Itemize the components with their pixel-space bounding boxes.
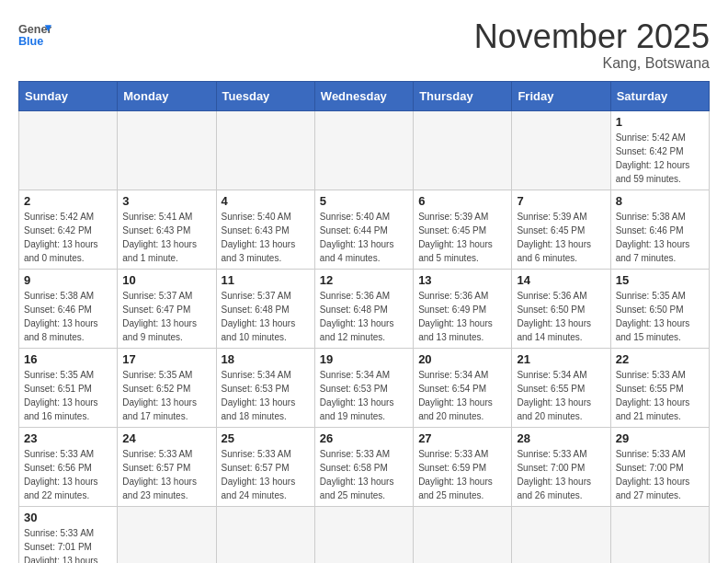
calendar-day-cell [610,506,709,563]
day-info: Sunrise: 5:34 AM Sunset: 6:53 PM Dayligh… [320,368,408,423]
calendar-week-row: 2Sunrise: 5:42 AM Sunset: 6:42 PM Daylig… [19,190,710,269]
calendar-day-cell: 24Sunrise: 5:33 AM Sunset: 6:57 PM Dayli… [118,427,216,506]
calendar-day-cell [19,110,118,190]
day-info: Sunrise: 5:37 AM Sunset: 6:48 PM Dayligh… [222,289,310,344]
calendar-day-cell [512,506,610,563]
day-number: 5 [320,194,408,208]
day-number: 19 [320,352,408,366]
day-info: Sunrise: 5:37 AM Sunset: 6:47 PM Dayligh… [122,289,210,344]
day-number: 23 [24,431,112,445]
calendar-day-cell [314,506,413,563]
calendar-day-cell: 5Sunrise: 5:40 AM Sunset: 6:44 PM Daylig… [314,190,413,269]
calendar-day-cell [512,110,610,190]
day-number: 30 [24,511,112,524]
calendar-day-cell: 23Sunrise: 5:33 AM Sunset: 6:56 PM Dayli… [19,427,118,506]
day-info: Sunrise: 5:42 AM Sunset: 6:42 PM Dayligh… [616,131,704,186]
calendar-day-cell: 10Sunrise: 5:37 AM Sunset: 6:47 PM Dayli… [118,269,216,348]
calendar-day-cell: 9Sunrise: 5:38 AM Sunset: 6:46 PM Daylig… [19,269,118,348]
calendar-day-cell: 4Sunrise: 5:40 AM Sunset: 6:43 PM Daylig… [216,190,314,269]
day-info: Sunrise: 5:35 AM Sunset: 6:50 PM Dayligh… [616,289,704,344]
day-info: Sunrise: 5:35 AM Sunset: 6:52 PM Dayligh… [122,368,210,423]
calendar-day-cell [314,110,413,190]
calendar-day-cell [118,110,216,190]
calendar-table: SundayMondayTuesdayWednesdayThursdayFrid… [18,81,710,563]
day-number: 29 [616,431,704,445]
calendar-day-cell [216,110,314,190]
calendar-day-cell: 15Sunrise: 5:35 AM Sunset: 6:50 PM Dayli… [610,269,709,348]
day-number: 27 [418,431,506,445]
calendar-day-cell: 8Sunrise: 5:38 AM Sunset: 6:46 PM Daylig… [610,190,709,269]
day-info: Sunrise: 5:33 AM Sunset: 6:56 PM Dayligh… [24,447,112,502]
day-info: Sunrise: 5:33 AM Sunset: 6:58 PM Dayligh… [320,447,408,502]
day-number: 18 [222,352,310,366]
logo-icon: General Blue [18,18,51,52]
calendar-day-cell: 2Sunrise: 5:42 AM Sunset: 6:42 PM Daylig… [19,190,118,269]
day-number: 13 [418,273,506,287]
day-info: Sunrise: 5:36 AM Sunset: 6:50 PM Dayligh… [517,289,605,344]
day-of-week-header: Friday [512,81,610,110]
day-number: 26 [320,431,408,445]
calendar-day-cell: 20Sunrise: 5:34 AM Sunset: 6:54 PM Dayli… [414,348,512,427]
day-info: Sunrise: 5:33 AM Sunset: 6:57 PM Dayligh… [122,447,210,502]
day-number: 4 [222,194,310,208]
day-info: Sunrise: 5:36 AM Sunset: 6:49 PM Dayligh… [418,289,506,344]
calendar-day-cell: 13Sunrise: 5:36 AM Sunset: 6:49 PM Dayli… [414,269,512,348]
day-of-week-header: Thursday [414,81,512,110]
day-info: Sunrise: 5:33 AM Sunset: 6:59 PM Dayligh… [418,447,506,502]
day-number: 6 [418,194,506,208]
calendar-week-row: 9Sunrise: 5:38 AM Sunset: 6:46 PM Daylig… [19,269,710,348]
day-info: Sunrise: 5:38 AM Sunset: 6:46 PM Dayligh… [616,210,704,265]
calendar-day-cell: 1Sunrise: 5:42 AM Sunset: 6:42 PM Daylig… [610,110,709,190]
day-number: 9 [24,273,112,287]
day-number: 28 [517,431,605,445]
day-number: 11 [222,273,310,287]
logo: General Blue [18,18,51,52]
day-info: Sunrise: 5:40 AM Sunset: 6:43 PM Dayligh… [222,210,310,265]
calendar-day-cell: 21Sunrise: 5:34 AM Sunset: 6:55 PM Dayli… [512,348,610,427]
calendar-day-cell: 19Sunrise: 5:34 AM Sunset: 6:53 PM Dayli… [314,348,413,427]
day-info: Sunrise: 5:39 AM Sunset: 6:45 PM Dayligh… [517,210,605,265]
calendar-header-row: SundayMondayTuesdayWednesdayThursdayFrid… [19,81,710,110]
svg-text:Blue: Blue [18,35,43,48]
day-of-week-header: Sunday [19,81,118,110]
calendar-day-cell: 6Sunrise: 5:39 AM Sunset: 6:45 PM Daylig… [414,190,512,269]
day-of-week-header: Tuesday [216,81,314,110]
day-info: Sunrise: 5:36 AM Sunset: 6:48 PM Dayligh… [320,289,408,344]
day-info: Sunrise: 5:33 AM Sunset: 6:55 PM Dayligh… [616,368,704,423]
calendar-day-cell: 28Sunrise: 5:33 AM Sunset: 7:00 PM Dayli… [512,427,610,506]
calendar-day-cell: 11Sunrise: 5:37 AM Sunset: 6:48 PM Dayli… [216,269,314,348]
day-number: 25 [222,431,310,445]
day-info: Sunrise: 5:33 AM Sunset: 6:57 PM Dayligh… [222,447,310,502]
calendar-day-cell: 18Sunrise: 5:34 AM Sunset: 6:53 PM Dayli… [216,348,314,427]
day-number: 3 [122,194,210,208]
day-info: Sunrise: 5:40 AM Sunset: 6:44 PM Dayligh… [320,210,408,265]
calendar-day-cell: 30Sunrise: 5:33 AM Sunset: 7:01 PM Dayli… [19,506,118,563]
day-info: Sunrise: 5:33 AM Sunset: 7:01 PM Dayligh… [24,526,112,563]
day-number: 24 [122,431,210,445]
calendar-day-cell [414,506,512,563]
day-number: 21 [517,352,605,366]
calendar-day-cell: 17Sunrise: 5:35 AM Sunset: 6:52 PM Dayli… [118,348,216,427]
calendar-day-cell: 14Sunrise: 5:36 AM Sunset: 6:50 PM Dayli… [512,269,610,348]
day-info: Sunrise: 5:42 AM Sunset: 6:42 PM Dayligh… [24,210,112,265]
calendar-day-cell: 16Sunrise: 5:35 AM Sunset: 6:51 PM Dayli… [19,348,118,427]
day-number: 12 [320,273,408,287]
day-number: 17 [122,352,210,366]
calendar-day-cell [414,110,512,190]
calendar-week-row: 16Sunrise: 5:35 AM Sunset: 6:51 PM Dayli… [19,348,710,427]
calendar-day-cell: 22Sunrise: 5:33 AM Sunset: 6:55 PM Dayli… [610,348,709,427]
day-of-week-header: Monday [118,81,216,110]
calendar-week-row: 30Sunrise: 5:33 AM Sunset: 7:01 PM Dayli… [19,506,710,563]
calendar-day-cell: 12Sunrise: 5:36 AM Sunset: 6:48 PM Dayli… [314,269,413,348]
day-number: 7 [517,194,605,208]
day-number: 22 [616,352,704,366]
day-of-week-header: Saturday [610,81,709,110]
day-number: 8 [616,194,704,208]
calendar-week-row: 23Sunrise: 5:33 AM Sunset: 6:56 PM Dayli… [19,427,710,506]
calendar-day-cell [118,506,216,563]
calendar-day-cell [216,506,314,563]
calendar-day-cell: 27Sunrise: 5:33 AM Sunset: 6:59 PM Dayli… [414,427,512,506]
title-section: November 2025 Kang, Botswana [474,18,710,72]
calendar-day-cell: 26Sunrise: 5:33 AM Sunset: 6:58 PM Dayli… [314,427,413,506]
location-title: Kang, Botswana [474,55,710,72]
